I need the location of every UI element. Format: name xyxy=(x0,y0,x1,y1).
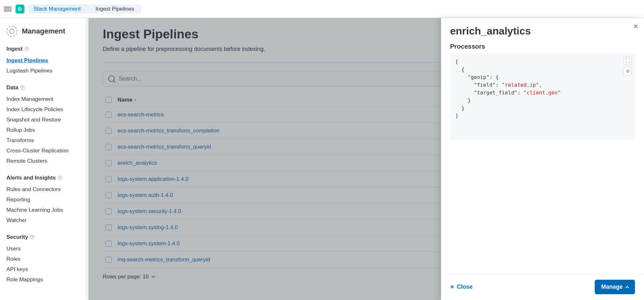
sidebar-item-remote-clusters[interactable]: Remote Clusters xyxy=(6,156,82,166)
sidebar-item-rules-and-connectors[interactable]: Rules and Connectors xyxy=(6,184,82,195)
processors-heading: Processors xyxy=(450,43,635,50)
sidebar-header: Management xyxy=(6,26,82,37)
sidebar-item-cross-cluster-replication[interactable]: Cross-Cluster Replication xyxy=(6,146,82,156)
breadcrumb: Stack Management Ingest Pipelines xyxy=(28,5,141,14)
chevron-up-icon xyxy=(625,286,629,289)
sidebar-item-logstash-pipelines[interactable]: Logstash Pipelines xyxy=(6,66,82,76)
sidebar-item-role-mappings[interactable]: Role Mappings xyxy=(6,275,82,285)
sidebar-item-index-management[interactable]: Index Management xyxy=(6,94,82,104)
manage-label: Manage xyxy=(601,284,623,290)
flyout-title: enrich_analytics xyxy=(450,25,635,37)
sidebar-item-watcher[interactable]: Watcher xyxy=(6,215,82,226)
fullscreen-icon[interactable]: ⛶ xyxy=(623,57,632,65)
breadcrumb-ingest-pipelines[interactable]: Ingest Pipelines xyxy=(87,5,140,14)
copy-icon[interactable]: ⧉ xyxy=(623,67,632,75)
sidebar-item-rollup-jobs[interactable]: Rollup Jobs xyxy=(6,125,82,135)
sidebar-group-data: Data? xyxy=(6,84,82,91)
management-icon xyxy=(6,26,17,37)
sidebar-item-snapshot-and-restore[interactable]: Snapshot and Restore xyxy=(6,115,82,125)
nav-toggle-button[interactable] xyxy=(4,5,12,13)
processors-code: [ { "geoip": { "field": "related.ip", "t… xyxy=(450,53,635,140)
sidebar-item-machine-learning-jobs[interactable]: Machine Learning Jobs xyxy=(6,205,82,215)
flyout-footer: ✕ Close Manage xyxy=(441,274,644,300)
info-icon[interactable]: ? xyxy=(24,47,29,51)
deployment-logo[interactable]: D xyxy=(15,5,24,14)
sidebar-group-alerts-and-insights: Alerts and Insights? xyxy=(6,175,82,181)
breadcrumb-stack-management[interactable]: Stack Management xyxy=(28,5,87,14)
sidebar-item-index-lifecycle-policies[interactable]: Index Lifecycle Policies xyxy=(6,104,82,115)
sidebar-item-api-keys[interactable]: API keys xyxy=(6,264,82,275)
pipeline-detail-flyout: ✕ enrich_analytics Processors [ { "geoip… xyxy=(441,18,644,300)
close-label: Close xyxy=(457,284,473,290)
sidebar-item-roles[interactable]: Roles xyxy=(6,254,82,264)
info-icon[interactable]: ? xyxy=(30,235,34,239)
sidebar-item-users[interactable]: Users xyxy=(6,244,82,254)
sidebar-group-security: Security? xyxy=(6,234,82,240)
sidebar-item-ingest-pipelines[interactable]: Ingest Pipelines xyxy=(6,55,82,66)
sidebar-title: Management xyxy=(22,27,65,35)
flyout-close-button[interactable]: ✕ xyxy=(632,23,639,30)
info-icon[interactable]: ? xyxy=(20,85,25,90)
manage-button[interactable]: Manage xyxy=(595,280,635,294)
sidebar: Management Ingest?Ingest PipelinesLogsta… xyxy=(0,18,89,300)
info-icon[interactable]: ? xyxy=(58,176,62,180)
sidebar-item-transforms[interactable]: Transforms xyxy=(6,135,82,146)
topbar: D Stack Management Ingest Pipelines xyxy=(0,0,644,18)
close-icon: ✕ xyxy=(450,284,454,290)
sidebar-group-ingest: Ingest? xyxy=(6,46,82,52)
sidebar-item-reporting[interactable]: Reporting xyxy=(6,195,82,205)
close-button[interactable]: ✕ Close xyxy=(450,284,473,290)
